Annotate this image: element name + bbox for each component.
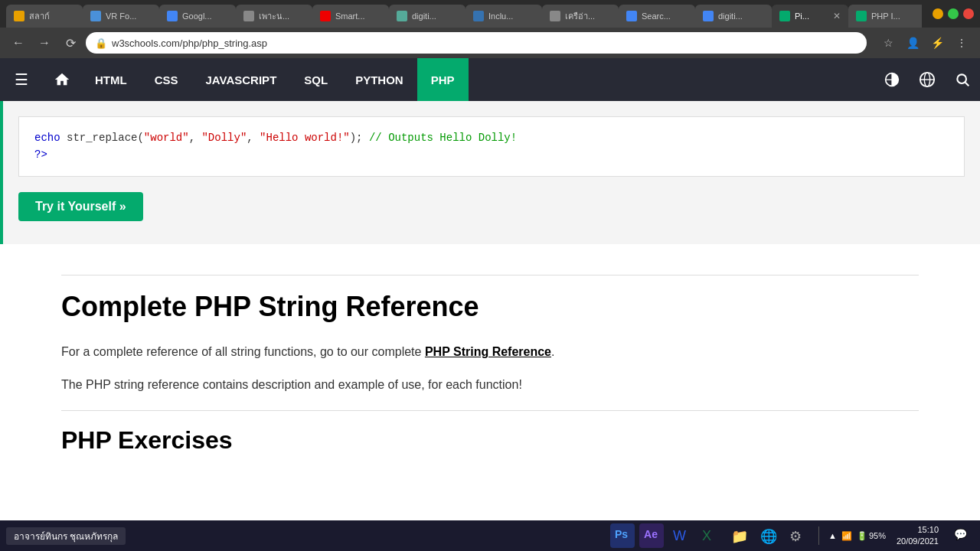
code-line-1: echo str_replace("world", "Dolly", "Hell… bbox=[34, 129, 949, 146]
nav-javascript[interactable]: JAVASCRIPT bbox=[192, 58, 291, 101]
tab-1[interactable]: สลาก์ bbox=[6, 5, 83, 28]
tab-7[interactable]: Inclu... bbox=[466, 5, 542, 28]
close-button[interactable] bbox=[963, 8, 974, 19]
main-navbar: ☰ HTML CSS JAVASCRIPT SQL PYTHON PHP bbox=[0, 58, 980, 101]
svg-point-4 bbox=[957, 74, 966, 83]
hamburger-menu[interactable]: ☰ bbox=[0, 58, 43, 101]
tab-bar: สลาก์ VR Fo... Googl... เพาะน... Smart..… bbox=[0, 0, 980, 28]
tab-4[interactable]: เพาะน... bbox=[236, 5, 312, 28]
address-bar-container: ← → ⟳ 🔒 w3schools.com/php/php_string.asp… bbox=[0, 28, 980, 58]
nav-sql[interactable]: SQL bbox=[290, 58, 341, 101]
nav-php[interactable]: PHP bbox=[417, 58, 469, 101]
tab-5[interactable]: Smart... bbox=[312, 5, 389, 28]
content-area: Complete PHP String Reference For a comp… bbox=[31, 244, 949, 470]
tab-close-icon[interactable]: ✕ bbox=[833, 11, 841, 21]
main-content: echo str_replace("world", "Dolly", "Hell… bbox=[0, 101, 980, 470]
tab-10[interactable]: digiti... bbox=[695, 5, 772, 28]
code-block: echo str_replace("world", "Dolly", "Hell… bbox=[18, 116, 965, 177]
tab-8[interactable]: เครือ่า... bbox=[542, 5, 619, 28]
bookmark-icon[interactable]: ☆ bbox=[877, 32, 899, 54]
code-section: echo str_replace("world", "Dolly", "Hell… bbox=[0, 101, 980, 244]
tab-active[interactable]: Pi... ✕ bbox=[772, 5, 848, 28]
forward-button[interactable]: → bbox=[34, 32, 55, 54]
theme-toggle-icon[interactable] bbox=[874, 58, 910, 101]
extensions-icon[interactable]: ⚡ bbox=[926, 32, 948, 54]
profile-icon[interactable]: 👤 bbox=[902, 32, 923, 54]
home-icon bbox=[54, 71, 70, 88]
back-button[interactable]: ← bbox=[8, 32, 29, 54]
tab-9[interactable]: Searc... bbox=[619, 5, 695, 28]
svg-line-5 bbox=[965, 83, 969, 86]
nav-python[interactable]: PYTHON bbox=[341, 58, 417, 101]
minimize-button[interactable] bbox=[933, 8, 943, 19]
tab-2[interactable]: VR Fo... bbox=[83, 5, 159, 28]
tab-12[interactable]: PHP I... bbox=[848, 5, 922, 28]
php-string-reference-link[interactable]: PHP String Reference bbox=[425, 345, 551, 358]
nav-html[interactable]: HTML bbox=[81, 58, 141, 101]
nav-right bbox=[874, 58, 980, 101]
intro-paragraph-1: For a complete reference of all string f… bbox=[61, 341, 919, 362]
nav-css[interactable]: CSS bbox=[141, 58, 192, 101]
browser-window: สลาก์ VR Fo... Googl... เพาะน... Smart..… bbox=[0, 0, 980, 58]
search-icon[interactable] bbox=[945, 58, 980, 101]
language-icon[interactable] bbox=[910, 58, 945, 101]
divider-1 bbox=[61, 275, 919, 276]
url-text: w3schools.com/php/php_string.asp bbox=[112, 37, 858, 49]
section-title: Complete PHP String Reference bbox=[61, 291, 919, 323]
exercises-title: PHP Exercises bbox=[61, 426, 919, 455]
code-line-2: ?> bbox=[34, 146, 949, 163]
tab-3[interactable]: Googl... bbox=[159, 5, 236, 28]
home-button[interactable] bbox=[43, 58, 81, 101]
divider-2 bbox=[61, 410, 919, 411]
tab-6[interactable]: digiti... bbox=[389, 5, 466, 28]
try-it-yourself-button[interactable]: Try it Yourself » bbox=[18, 192, 143, 221]
nav-items: HTML CSS JAVASCRIPT SQL PYTHON PHP bbox=[81, 58, 874, 101]
refresh-button[interactable]: ⟳ bbox=[60, 32, 81, 54]
settings-icon[interactable]: ⋮ bbox=[951, 32, 972, 54]
intro-paragraph-2: The PHP string reference contains descri… bbox=[61, 374, 919, 395]
maximize-button[interactable] bbox=[948, 8, 959, 19]
address-bar[interactable]: 🔒 w3schools.com/php/php_string.asp bbox=[86, 32, 867, 54]
